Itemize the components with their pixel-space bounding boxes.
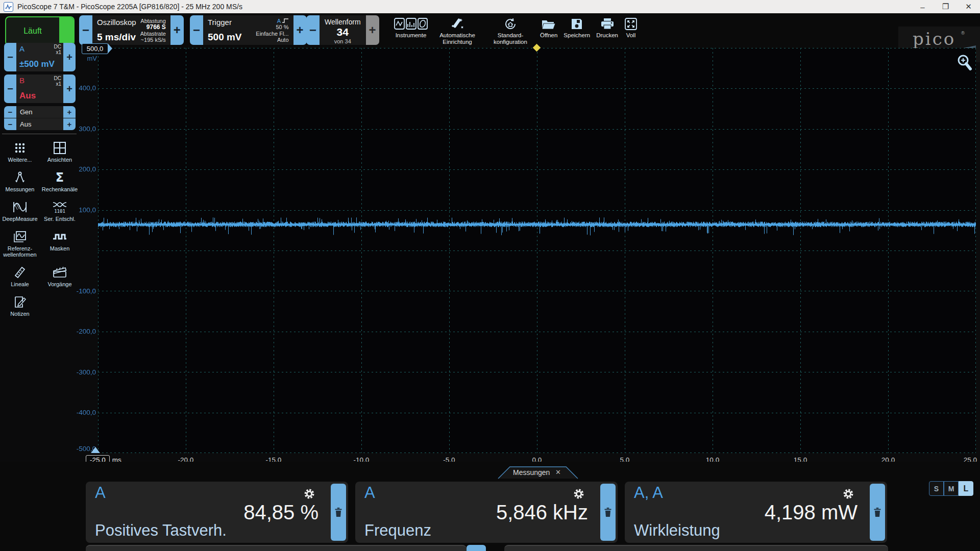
sidebar-item-label: DeepMeasure xyxy=(2,216,37,222)
generator-control: − Gen + − Aus + xyxy=(4,106,76,130)
magic-wand-icon xyxy=(450,17,464,31)
channel-b-decrease-button[interactable]: − xyxy=(4,74,16,103)
generator-decrease-button[interactable]: − xyxy=(4,106,16,118)
trash-icon xyxy=(873,507,882,517)
sidebar-item-label: Lineale xyxy=(11,281,29,287)
trash-icon xyxy=(334,507,343,517)
minimize-button[interactable]: – xyxy=(911,0,934,13)
measurement-value: 4,198 mW xyxy=(765,501,857,524)
y-tick: -100,0 xyxy=(72,287,96,295)
measurement-panel-duty-cycle[interactable]: A 84,85 % Positives Tastverh. xyxy=(86,482,348,543)
sidebar-item-actions[interactable]: Vorgänge xyxy=(40,262,80,289)
run-indicator[interactable] xyxy=(59,17,74,45)
samplerate-value: ~195 kS/s xyxy=(141,37,166,43)
size-button-small[interactable]: S xyxy=(929,481,944,496)
y-axis-top-tag[interactable]: 500,0 xyxy=(82,43,108,54)
sidebar-item-deepmeasure[interactable]: DeepMeasure xyxy=(0,197,40,223)
channel-a-coupling: DC xyxy=(54,44,61,49)
open-button[interactable]: Öffnen xyxy=(537,16,560,40)
samplerate-label: Abtastrate xyxy=(140,31,166,37)
channel-a-meta: DC x1 xyxy=(54,44,61,55)
gear-icon[interactable] xyxy=(572,487,586,501)
size-button-large[interactable]: L xyxy=(959,481,973,496)
y-tick: -200,0 xyxy=(72,328,96,335)
oscilloscope-panel[interactable]: Oszilloskop 5 ms/div Abtastung 9766 S Ab… xyxy=(92,15,170,45)
sidebar-item-label: Rechenkanäle xyxy=(42,186,78,192)
channel-a-decrease-button[interactable]: − xyxy=(4,43,16,71)
trigger-group: − Trigger 500 mV A 50 % Einfache Fl... A… xyxy=(190,15,307,45)
sidebar-item-notes[interactable]: Notizen xyxy=(0,292,40,318)
gear-icon[interactable] xyxy=(841,487,855,501)
sidebar-item-masks[interactable]: Masken xyxy=(40,227,80,259)
measurement-panel-power[interactable]: A, A 4,198 mW Wirkleistung xyxy=(625,482,887,543)
masks-icon xyxy=(52,230,67,243)
oscilloscope-group: − Oszilloskop 5 ms/div Abtastung 9766 S … xyxy=(79,15,184,45)
trigger-mode: Einfache Fl... xyxy=(256,31,288,37)
samples-value: 9766 S xyxy=(146,24,166,30)
default-config-button[interactable]: Standard-konfiguration xyxy=(484,16,537,46)
waveform-prev-button[interactable]: − xyxy=(306,15,320,45)
generator-name[interactable]: Gen xyxy=(16,106,63,118)
measurement-panel-frequency[interactable]: A 5,846 kHz Frequenz xyxy=(355,482,618,543)
rising-edge-icon xyxy=(282,18,289,23)
y-tick: -400,0 xyxy=(72,409,96,416)
close-button[interactable]: ✕ xyxy=(957,0,980,13)
trigger-decrease-button[interactable]: − xyxy=(190,15,203,45)
home-reset-icon xyxy=(503,17,518,31)
channel-a-letter: A xyxy=(19,44,24,53)
size-button-medium[interactable]: M xyxy=(944,481,959,496)
measurement-value: 84,85 % xyxy=(243,501,318,524)
notes-icon xyxy=(13,295,27,309)
generator-state[interactable]: Aus xyxy=(16,118,63,130)
channel-b-body[interactable]: B DC x1 Aus xyxy=(16,74,63,103)
run-stop-button[interactable]: Läuft xyxy=(5,16,75,46)
print-button[interactable]: Drucken xyxy=(593,16,621,40)
gear-icon[interactable] xyxy=(302,487,316,501)
maximize-button[interactable]: ❐ xyxy=(934,0,957,13)
sigma-icon: Σ xyxy=(53,171,66,184)
auto-setup-button[interactable]: Automatische Einrichtung xyxy=(431,16,484,46)
trigger-increase-button[interactable]: + xyxy=(293,15,307,45)
measurements-tab[interactable]: Messungen ✕ xyxy=(498,466,578,479)
instruments-button[interactable]: Instrumente xyxy=(391,16,431,40)
sidebar-item-more[interactable]: Weitere... xyxy=(0,138,40,164)
channel-a-increase-button[interactable]: + xyxy=(63,43,76,71)
sidebar-item-label: Ser. Entschl. xyxy=(44,216,76,222)
channel-b-meta: DC x1 xyxy=(54,76,61,87)
measurement-value: 5,846 kHz xyxy=(496,501,588,524)
views-icon xyxy=(53,141,66,155)
waveform-total: von 34 xyxy=(334,38,351,44)
instruments-icon xyxy=(394,17,428,31)
calipers-icon xyxy=(13,171,27,184)
timebase-increase-button[interactable]: + xyxy=(170,15,184,45)
channel-a-axis-marker[interactable] xyxy=(91,447,100,453)
trigger-percent: 50 % xyxy=(276,24,288,30)
generator-state-decrease-button[interactable]: − xyxy=(4,118,16,130)
save-button[interactable]: Speichern xyxy=(560,16,593,40)
channel-a-body[interactable]: A DC x1 ±500 mV xyxy=(16,43,63,71)
trigger-panel[interactable]: Trigger 500 mV A 50 % Einfache Fl... Aut… xyxy=(203,15,293,45)
measurement-delete-strip[interactable] xyxy=(331,484,346,541)
measurement-row2-partial xyxy=(504,545,888,551)
timebase-decrease-button[interactable]: − xyxy=(79,15,92,45)
waveform-next-button[interactable]: + xyxy=(366,15,379,45)
waveform-canvas[interactable] xyxy=(98,48,976,453)
generator-increase-button[interactable]: + xyxy=(63,106,76,118)
measurements-tab-close-icon[interactable]: ✕ xyxy=(555,468,561,476)
fullscreen-button[interactable]: Voll xyxy=(621,16,641,40)
measurement-name: Positives Tastverh. xyxy=(95,521,227,540)
channel-a-probe: x1 xyxy=(54,49,61,55)
waveform-panel[interactable]: Wellenform 34 von 34 xyxy=(320,15,366,45)
sidebar-item-measurements[interactable]: Messungen xyxy=(0,167,40,194)
measurement-delete-strip[interactable] xyxy=(870,484,885,541)
sidebar-item-reference-waveforms[interactable]: Referenz-wellenformen xyxy=(0,227,40,259)
window-title: PicoScope 7 T&M - PicoScope 2205A [GP816… xyxy=(17,3,242,11)
open-folder-icon xyxy=(541,17,556,31)
sidebar-item-views[interactable]: Ansichten xyxy=(40,138,80,164)
scope-display[interactable] xyxy=(98,48,976,453)
channel-a-range: ±500 mV xyxy=(19,59,55,69)
zoom-overview-icon[interactable] xyxy=(955,53,974,71)
sidebar-item-rulers[interactable]: Lineale xyxy=(0,262,40,289)
save-label: Speichern xyxy=(564,32,590,39)
measurement-delete-strip[interactable] xyxy=(600,484,616,541)
